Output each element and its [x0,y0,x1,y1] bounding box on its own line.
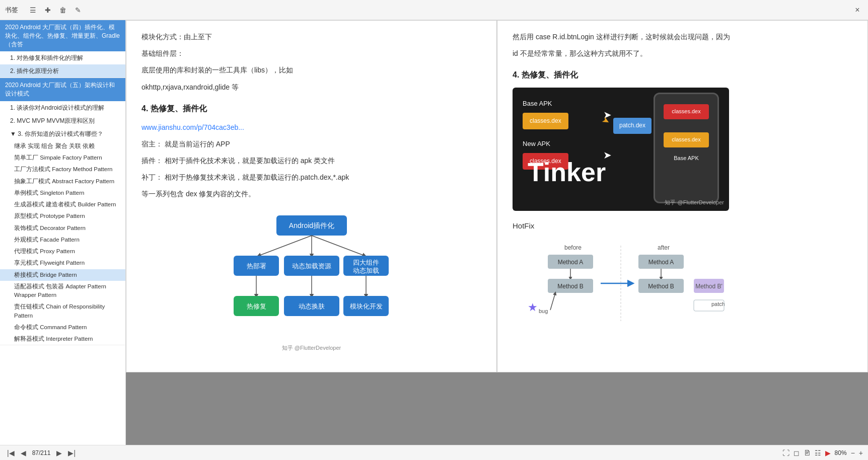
sidebar-item-1-2[interactable]: 2. 插件化原理分析 [0,64,125,78]
page-right: 然后用 case R.id.btnLogin 这样进行判断，这时候就会出现问题，… [497,20,868,372]
jianshu-link[interactable]: www.jianshu.com/p/704cac3eb... [141,123,244,131]
sidebar-item-2-1[interactable]: 1. 谈谈你对Android设计模式的理解 [0,101,125,114]
sidebar-sub-item-8[interactable]: 外观模式 Facade Pattern [0,234,125,246]
status-bar: |◀ ◀ 87/211 ▶ ▶| ⛶ ◻ 🖹 ☷ ▶ 80% − + [0,445,868,460]
svg-text:patch: patch [711,301,725,307]
patch-label2: 等一系列包含 dex 修复内容的文件。 [141,188,481,200]
bookmark-list-icon[interactable]: ☰ [27,5,38,16]
fit-page-icon[interactable]: ⛶ [782,449,789,457]
sidebar-sub-item-15[interactable]: 解释器模式 Interpreter Pattern [0,333,125,345]
phone-classes-dex: classes.dex [664,104,709,119]
sidebar-sub-item-7[interactable]: 装饰模式 Decorator Pattern [0,222,125,234]
hotfix-diagram: before after Method A [513,241,852,328]
page-current: 87 [32,449,39,456]
nav-prev-btn[interactable]: ◀ [19,449,28,457]
zoom-in-icon[interactable]: + [859,449,863,457]
svg-text:热修复: 热修复 [246,302,266,310]
sidebar-sub-item-13[interactable]: 责任链模式 Chain of Responsibility Pattern [0,301,125,322]
plugin-diagram: Android插件化 热部署 动态加载资源 四大组件 [141,210,481,353]
svg-line-4 [312,236,365,256]
expand-icon: ▼ [10,130,18,137]
nav-next-btn[interactable]: ▶ [54,449,64,457]
sidebar-section-title-2[interactable]: 2020 Android 大厂面试（五）架构设计和设计模式 [0,78,125,101]
left-top-text: 模块化方式：由上至下 [141,31,481,43]
single-page-icon[interactable]: 🖹 [804,449,811,457]
sidebar-sub-item-2[interactable]: 工厂方法模式 Factory Method Pattern [0,164,125,175]
page-left-content: 模块化方式：由上至下 基础组件层： 底层使用的库和封装的一些工具库（libs），… [141,31,481,353]
sidebar-section-title-1[interactable]: 2020 Android 大厂面试（四）插件化、模块化、组件化、热修复、增量更新… [0,20,125,51]
sidebar-sub-item-4[interactable]: 单例模式 Singleton Pattern [0,187,125,199]
sidebar-sub-item-5[interactable]: 生成器模式 建造者模式 Builder Pattern [0,199,125,210]
main-container: 2020 Android 大厂面试（四）插件化、模块化、组件化、热修复、增量更新… [0,20,868,445]
right-top-text: 然后用 case R.id.btnLogin 这样进行判断，这时候就会出现问题，… [513,31,852,43]
page-left: 模块化方式：由上至下 基础组件层： 底层使用的库和封装的一些工具库（libs），… [126,20,497,372]
page-total: 211 [40,449,50,456]
svg-text:bug: bug [539,308,548,314]
nav-first-btn[interactable]: |◀ [5,449,17,457]
toolbar: 书签 ☰ ✚ 🗑 ✎ × [0,0,868,20]
sidebar-section-2: 2020 Android 大厂面试（五）架构设计和设计模式 1. 谈谈你对And… [0,78,125,345]
svg-text:Method B: Method B [557,283,583,290]
hotfix-svg: before after Method A [513,241,729,324]
bookmark-delete-icon[interactable]: 🗑 [57,5,68,16]
continuous-icon[interactable]: ☷ [815,449,821,457]
sidebar-item-2-2[interactable]: 2. MVC MVP MVVM原理和区别 [0,114,125,127]
content-area: 模块化方式：由上至下 基础组件层： 底层使用的库和封装的一些工具库（libs），… [126,20,868,445]
sidebar-sub-item-10[interactable]: 享元模式 Flyweight Pattern [0,257,125,269]
svg-line-31 [550,293,555,310]
left-section-title: 4. 热修复、插件化 [141,102,481,116]
tinker-area: Base APK classes.dex ➤ patch.dex ➤ N [513,88,852,211]
sidebar-sub-item-14[interactable]: 命令模式 Command Pattern [0,322,125,333]
sidebar: 2020 Android 大厂面试（四）插件化、模块化、组件化、热修复、增量更新… [0,20,126,445]
hotfix-label: HotFix [513,219,852,233]
nav-last-btn[interactable]: ▶| [66,449,78,457]
sidebar-sub-item-0[interactable]: 继承 实现 组合 聚合 关联 依赖 [0,140,125,152]
diagram-watermark: 知乎 @FlutterDeveloper [282,343,341,353]
status-right: ⛶ ◻ 🖹 ☷ ▶ 80% − + [782,449,863,457]
patch-label: 补丁： 相对于热修复技术来说，就是要加载运行的.patch.dex,*.apk [141,171,481,184]
patch-dex-box: patch.dex [613,118,652,134]
sidebar-item-2-3[interactable]: ▼ 3. 你所知道的设计模式有哪些？ [0,127,125,140]
fit-width-icon[interactable]: ◻ [793,449,800,457]
phone-classes-dex-2: classes.dex [664,132,709,147]
sidebar-sub-item-11[interactable]: 桥接模式 Bridge Pattern [0,269,125,281]
svg-text:★: ★ [528,301,538,314]
sidebar-sub-item-6[interactable]: 原型模式 Prototype Pattern [0,210,125,222]
libs-example: okhttp,rxjava,rxandroid,glide 等 [141,81,481,94]
tinker-watermark: 知乎 @FlutterDeveloper [665,198,724,208]
basic-layer-label: 基础组件层： [141,47,481,60]
svg-text:Method B: Method B [648,283,674,290]
right-top-text2: id 不是经常常量，那么这种方式就用不了。 [513,47,852,60]
svg-text:before: before [564,244,582,251]
right-section-title: 4. 热修复、插件化 [513,68,852,83]
sidebar-section-1: 2020 Android 大厂面试（四）插件化、模块化、组件化、热修复、增量更新… [0,20,125,78]
page-nav-forward: ▶ ▶| [54,449,78,457]
svg-text:Method B': Method B' [695,283,722,290]
bookmark-edit-icon[interactable]: ✎ [73,5,84,16]
diagram-svg: Android插件化 热部署 动态加载资源 四大组件 [229,210,395,341]
svg-text:四大组件: 四大组件 [353,259,379,266]
close-icon[interactable]: × [852,5,863,16]
sidebar-item-1-1[interactable]: 1. 对热修复和插件化的理解 [0,51,125,64]
svg-text:动态加载: 动态加载 [353,267,379,274]
play-icon[interactable]: ▶ [825,449,831,457]
sidebar-sub-item-3[interactable]: 抽象工厂模式 Abstract Factory Pattern [0,176,125,187]
svg-text:动态换肤: 动态换肤 [299,302,325,310]
base-apk-label: Base APK [523,98,568,109]
bottom-layer-label: 底层使用的库和封装的一些工具库（libs），比如 [141,64,481,76]
tinker-box: Base APK classes.dex ➤ patch.dex ➤ N [513,88,729,211]
sidebar-sub-item-1[interactable]: 简单工厂 Simpale Factory Pattern [0,152,125,164]
sidebar-sub-item-9[interactable]: 代理模式 Proxy Pattern [0,246,125,257]
toolbar-label: 书签 [5,6,18,15]
svg-text:Method A: Method A [558,259,584,266]
svg-text:热部署: 热部署 [246,262,266,270]
svg-text:Method A: Method A [648,259,674,266]
phone-mockup: classes.dex classes.dex Base APK [654,93,719,203]
page-nav: |◀ ◀ [5,449,28,457]
sidebar-sub-item-12[interactable]: 适配器模式 包装器 Adapter Pattern Wrapper Patter… [0,281,125,301]
zoom-out-icon[interactable]: − [851,449,855,457]
bookmark-add-icon[interactable]: ✚ [42,5,53,16]
svg-text:Android插件化: Android插件化 [288,221,334,229]
page-number: 87/211 [32,449,51,456]
host-label: 宿主： 就是当前运行的 APP [141,138,481,150]
